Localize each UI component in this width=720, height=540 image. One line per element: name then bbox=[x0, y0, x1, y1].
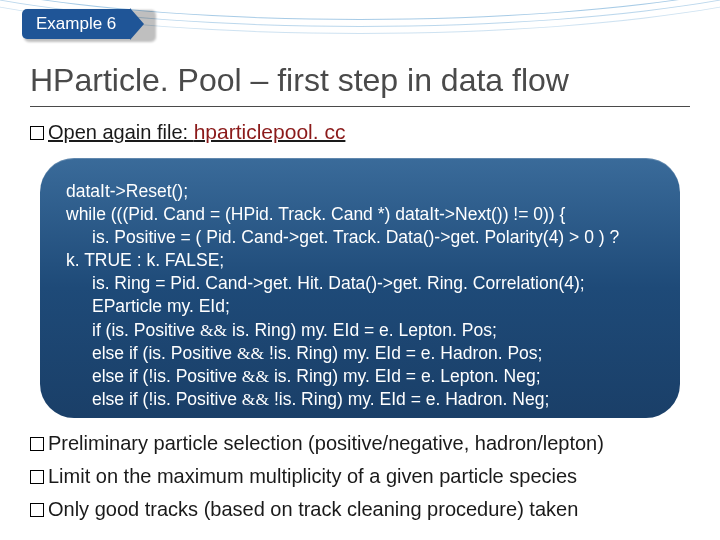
code-line: while (((Pid. Cand = (HPid. Track. Cand … bbox=[66, 203, 658, 226]
code-line: is. Ring = Pid. Cand->get. Hit. Data()->… bbox=[66, 272, 658, 295]
code-panel: dataIt->Reset();while (((Pid. Cand = (HP… bbox=[40, 158, 680, 418]
code-line: EParticle my. EId; bbox=[66, 295, 658, 318]
code-line: else if (!is. Positive && is. Ring) my. … bbox=[66, 365, 658, 388]
example-badge: Example 6 bbox=[22, 8, 144, 40]
code-line: k. TRUE : k. FALSE; bbox=[66, 249, 658, 272]
badge-arrow-icon bbox=[130, 8, 144, 40]
bullet-item: Only good tracks (based on track cleanin… bbox=[30, 496, 690, 523]
bullet-group-top: Open again file: hparticlepool. cc bbox=[30, 118, 690, 152]
filename-text: hparticlepool. cc bbox=[194, 120, 346, 143]
bullet-group-bottom: Preliminary particle selection (positive… bbox=[30, 430, 690, 529]
bullet-item: Preliminary particle selection (positive… bbox=[30, 430, 690, 457]
code-lines: dataIt->Reset();while (((Pid. Cand = (HP… bbox=[66, 180, 658, 411]
slide-title: HParticle. Pool – first step in data flo… bbox=[30, 62, 569, 99]
bullet-text: Only good tracks (based on track cleanin… bbox=[48, 498, 578, 520]
code-line: else if (!is. Positive && !is. Ring) my.… bbox=[66, 388, 658, 411]
slide: Example 6 HParticle. Pool – first step i… bbox=[0, 0, 720, 540]
title-divider bbox=[30, 106, 690, 107]
bullet-text: Preliminary particle selection (positive… bbox=[48, 432, 604, 454]
code-line: else if (is. Positive && !is. Ring) my. … bbox=[66, 342, 658, 365]
bullet-text: Limit on the maximum multiplicity of a g… bbox=[48, 465, 577, 487]
code-line: if (is. Positive && is. Ring) my. EId = … bbox=[66, 319, 658, 342]
bullet-box-icon bbox=[30, 126, 44, 140]
bullet-text: Open again file: bbox=[48, 121, 194, 143]
code-line: dataIt->Reset(); bbox=[66, 180, 658, 203]
bullet-box-icon bbox=[30, 503, 44, 517]
bullet-box-icon bbox=[30, 437, 44, 451]
bullet-item: Limit on the maximum multiplicity of a g… bbox=[30, 463, 690, 490]
bullet-open-file: Open again file: hparticlepool. cc bbox=[30, 118, 690, 146]
bullet-box-icon bbox=[30, 470, 44, 484]
code-line: is. Positive = ( Pid. Cand->get. Track. … bbox=[66, 226, 658, 249]
badge-label: Example 6 bbox=[22, 9, 130, 39]
